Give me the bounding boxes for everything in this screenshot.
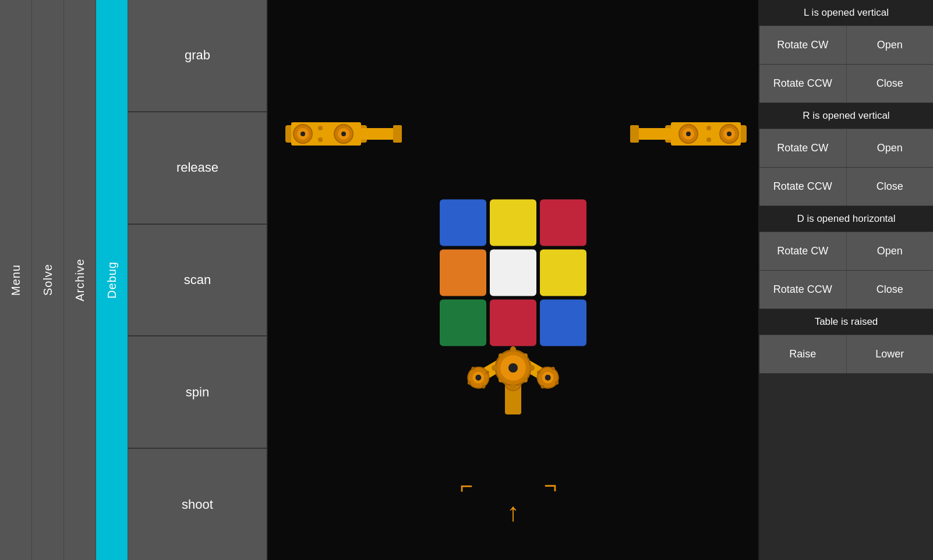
control-btn-r-close[interactable]: Close (847, 168, 934, 205)
action-btn-release[interactable]: release (128, 112, 267, 225)
svg-point-46 (508, 363, 518, 373)
action-btn-grab[interactable]: grab (128, 0, 267, 112)
sidebar-tab-label-solve: Solve (41, 264, 55, 296)
control-btn-l-rotate-cw[interactable]: Rotate CW (759, 26, 847, 64)
control-btn-r-rotate-ccw[interactable]: Rotate CCW (759, 168, 847, 205)
svg-point-48 (510, 384, 516, 389)
cube-cell-2 (540, 199, 586, 246)
right-panel: L is opened verticalRotate CWOpenRotate … (758, 0, 933, 560)
sidebar-tab-label-menu: Menu (9, 264, 23, 296)
control-btn-d-rotate-ccw[interactable]: Rotate CCW (759, 271, 847, 309)
robot-bottom-arm (449, 316, 577, 432)
action-btn-scan[interactable]: scan (128, 225, 267, 337)
action-btn-spin[interactable]: spin (128, 336, 267, 449)
control-row-D: Rotate CCWClose (759, 271, 933, 309)
cube-cell-4 (490, 249, 536, 296)
control-btn-table-lower[interactable]: Lower (847, 335, 934, 373)
section-header-L: L is opened vertical (759, 0, 933, 26)
svg-point-54 (523, 378, 528, 382)
section-header-R: R is opened vertical (759, 103, 933, 129)
sidebar: MenuSolveArchiveDebug (0, 0, 128, 560)
sidebar-tab-debug[interactable]: Debug (96, 0, 128, 560)
sidebar-tab-label-debug: Debug (105, 261, 119, 299)
control-row-table: RaiseLower (759, 335, 933, 374)
svg-point-18 (686, 132, 691, 136)
control-row-R: Rotate CCWClose (759, 168, 933, 206)
svg-point-8 (318, 126, 323, 130)
cube-cell-1 (490, 199, 536, 246)
action-btn-shoot[interactable]: shoot (128, 449, 267, 560)
svg-rect-11 (393, 125, 402, 143)
svg-point-19 (727, 132, 731, 136)
svg-point-7 (341, 132, 346, 136)
cube-cell-5 (540, 249, 586, 296)
svg-point-47 (510, 346, 516, 352)
control-btn-d-close[interactable]: Close (847, 271, 934, 309)
control-row-R: Rotate CWOpen (759, 129, 933, 168)
actions-panel: grabreleasescanspinshoot (128, 0, 268, 560)
robot-left-arm (285, 108, 402, 160)
sidebar-tab-solve[interactable]: Solve (32, 0, 64, 560)
control-row-L: Rotate CCWClose (759, 65, 933, 103)
table-indicator: ⌐ ¬ ↑ (460, 475, 567, 525)
svg-point-6 (301, 132, 305, 136)
control-btn-l-open[interactable]: Open (847, 26, 934, 64)
sidebar-tab-archive[interactable]: Archive (64, 0, 96, 560)
control-btn-d-open[interactable]: Open (847, 232, 934, 270)
section-header-table: Table is raised (759, 309, 933, 335)
svg-point-49 (492, 365, 497, 371)
control-btn-l-close[interactable]: Close (847, 65, 934, 102)
main-area: ⌐ ¬ ↑ (268, 0, 758, 560)
svg-point-53 (499, 378, 503, 382)
sidebar-tab-label-archive: Archive (73, 258, 87, 302)
svg-point-21 (706, 137, 711, 142)
cube-cell-0 (440, 199, 486, 246)
control-row-D: Rotate CWOpen (759, 232, 933, 271)
control-btn-d-rotate-cw[interactable]: Rotate CW (759, 232, 847, 270)
control-btn-r-rotate-cw[interactable]: Rotate CW (759, 129, 847, 167)
svg-point-52 (523, 353, 528, 358)
control-btn-table-raise[interactable]: Raise (759, 335, 847, 373)
svg-point-9 (318, 137, 323, 142)
svg-point-20 (706, 126, 711, 130)
control-btn-l-rotate-ccw[interactable]: Rotate CCW (759, 65, 847, 102)
sidebar-tab-menu[interactable]: Menu (0, 0, 32, 560)
svg-rect-23 (630, 125, 639, 143)
table-arrow-symbol: ↑ (507, 499, 519, 525)
control-btn-r-open[interactable]: Open (847, 129, 934, 167)
section-header-D: D is opened horizontal (759, 206, 933, 232)
control-row-L: Rotate CWOpen (759, 26, 933, 65)
svg-point-51 (499, 353, 503, 358)
cube-cell-3 (440, 249, 486, 296)
robot-right-arm (630, 108, 747, 160)
svg-point-50 (529, 365, 535, 371)
table-bracket-symbol: ⌐ ¬ (460, 475, 567, 497)
